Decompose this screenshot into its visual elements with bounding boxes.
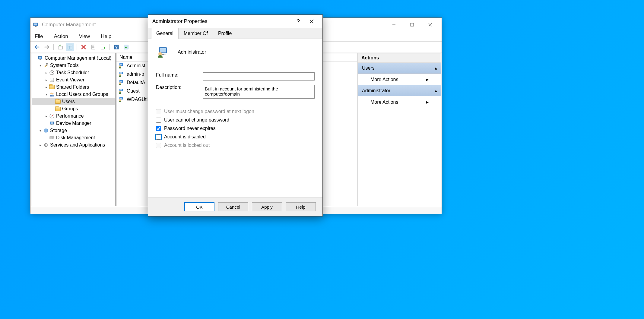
checkbox-row[interactable]: Password never expires [156, 126, 315, 131]
tree-icon [49, 113, 55, 119]
tab-profile[interactable]: Profile [213, 28, 237, 39]
actions-item[interactable]: More Actions▸ [358, 74, 441, 85]
tree-item-system-tools[interactable]: ▾System Tools [32, 62, 115, 69]
apply-button[interactable]: Apply [252, 202, 282, 211]
tree-item-event-viewer[interactable]: ▸Event Viewer [32, 76, 115, 84]
expand-icon[interactable]: ▾ [38, 129, 43, 133]
svg-rect-43 [120, 64, 122, 65]
svg-rect-4 [411, 23, 414, 26]
checkbox-label: User must change password at next logon [164, 109, 254, 114]
checkbox[interactable] [156, 118, 161, 123]
tree-label: Event Viewer [56, 77, 84, 83]
cancel-button[interactable]: Cancel [218, 202, 248, 211]
collapse-icon[interactable]: ▴ [435, 65, 437, 71]
export-button[interactable] [99, 43, 107, 51]
dialog-title: Administrator Properties [152, 18, 292, 24]
actions-section-header[interactable]: Users▴ [358, 63, 441, 74]
svg-point-41 [45, 144, 46, 146]
actions-section-header[interactable]: Administrator▴ [358, 85, 441, 96]
tree-label: Storage [50, 128, 67, 133]
tab-general[interactable]: General [151, 28, 179, 39]
tree-item-groups[interactable]: Groups [32, 105, 115, 112]
tree-item-device-manager[interactable]: Device Manager [32, 120, 115, 127]
tab-member-of[interactable]: Member Of [179, 28, 213, 39]
svg-rect-55 [120, 98, 122, 99]
checkbox [156, 109, 161, 114]
user-icon [118, 79, 125, 86]
tree-icon [43, 142, 49, 148]
dialog-close-icon[interactable] [305, 16, 318, 27]
svg-point-39 [52, 137, 53, 138]
delete-button[interactable] [79, 43, 88, 51]
minimize-button[interactable] [385, 19, 403, 31]
view-button[interactable] [66, 43, 74, 51]
dialog-user-name: Administrator [178, 49, 206, 55]
help-button[interactable]: ? [112, 43, 121, 51]
checkbox[interactable] [156, 126, 161, 131]
tree-item-services-and-applications[interactable]: ▸Services and Applications [32, 141, 115, 149]
maximize-button[interactable] [403, 19, 421, 31]
tree-item-users[interactable]: Users [32, 98, 115, 105]
tree-item-computer-management-local-[interactable]: Computer Management (Local) [32, 55, 115, 62]
tree-item-performance[interactable]: ▸Performance [32, 112, 115, 120]
tree-label: Task Scheduler [56, 70, 89, 75]
menu-help[interactable]: Help [100, 33, 113, 40]
refresh-button[interactable] [122, 43, 130, 51]
tree-item-disk-management[interactable]: Disk Management [32, 134, 115, 141]
forward-button[interactable] [43, 43, 51, 51]
checkbox-row[interactable]: Account is disabled [156, 134, 315, 140]
properties-button[interactable] [89, 43, 97, 51]
tree-pane[interactable]: Computer Management (Local)▾System Tools… [31, 53, 116, 206]
menu-view[interactable]: View [78, 33, 91, 40]
description-input[interactable] [203, 85, 315, 99]
actions-section-label: Users [362, 65, 375, 71]
user-icon [118, 62, 125, 69]
svg-rect-52 [120, 89, 122, 90]
tree-item-shared-folders[interactable]: ▸Shared Folders [32, 84, 115, 91]
ok-button[interactable]: OK [184, 202, 214, 211]
list-label: Administ [127, 63, 145, 68]
svg-rect-21 [40, 59, 41, 60]
close-button[interactable] [421, 19, 439, 31]
checkbox [156, 143, 161, 148]
tree-icon [43, 128, 49, 134]
dialog-help-button[interactable]: Help [286, 202, 316, 211]
svg-rect-20 [39, 57, 41, 58]
tree-icon [55, 99, 61, 105]
tree-item-task-scheduler[interactable]: ▸Task Scheduler [32, 69, 115, 76]
svg-rect-36 [51, 125, 52, 125]
tree-item-storage[interactable]: ▾Storage [32, 127, 115, 134]
expand-icon[interactable]: ▸ [44, 114, 49, 118]
svg-rect-8 [68, 45, 72, 49]
expand-icon[interactable]: ▸ [44, 71, 49, 75]
back-button[interactable] [33, 43, 41, 51]
svg-rect-35 [51, 122, 53, 124]
tree-item-local-users-and-groups[interactable]: ▾Local Users and Groups [32, 91, 115, 98]
menu-file[interactable]: File [33, 33, 44, 40]
expand-icon[interactable]: ▸ [44, 78, 49, 82]
list-label: WDAGUti [127, 97, 148, 102]
collapse-icon[interactable]: ▴ [435, 88, 437, 93]
up-button[interactable] [56, 43, 65, 51]
expand-icon[interactable]: ▾ [44, 93, 49, 96]
menu-action[interactable]: Action [52, 33, 69, 40]
tree-icon [55, 106, 61, 112]
expand-icon[interactable]: ▾ [38, 64, 43, 68]
checkbox-row: Account is locked out [156, 143, 315, 148]
user-icon [118, 71, 125, 77]
actions-item[interactable]: More Actions▸ [358, 96, 441, 108]
tree-label: Computer Management (Local) [45, 55, 111, 61]
dialog-help-icon[interactable]: ? [292, 16, 305, 27]
tree-label: System Tools [50, 63, 79, 68]
checkbox-label: User cannot change password [164, 117, 229, 123]
checkbox[interactable] [156, 134, 161, 140]
expand-icon[interactable]: ▸ [38, 143, 43, 147]
svg-rect-11 [91, 45, 95, 49]
checkbox-row[interactable]: User cannot change password [156, 117, 315, 123]
tree-label: Shared Folders [56, 84, 89, 90]
expand-icon[interactable]: ▸ [44, 85, 49, 89]
actions-item-label: More Actions [370, 77, 398, 82]
chevron-right-icon: ▸ [426, 99, 429, 105]
fullname-input[interactable] [203, 72, 315, 81]
actions-item-label: More Actions [370, 99, 398, 105]
